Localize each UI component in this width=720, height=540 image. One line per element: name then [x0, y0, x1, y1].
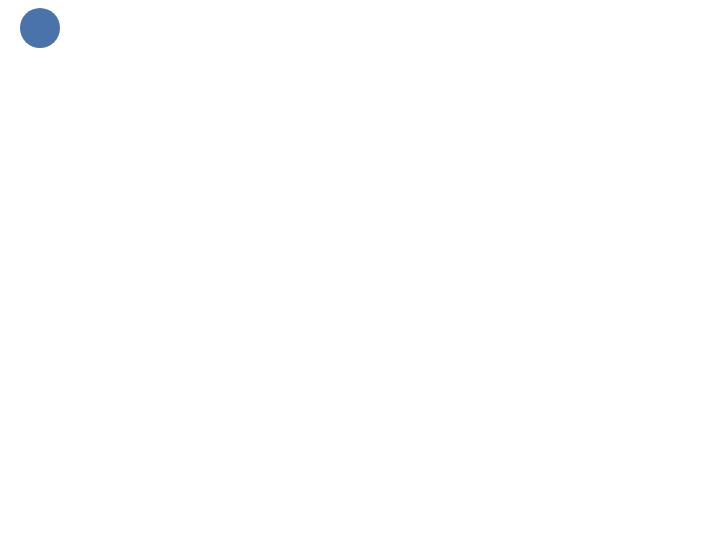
globus-icon [20, 8, 60, 48]
slide-title [0, 0, 720, 43]
content-area [0, 43, 720, 57]
logo [20, 8, 66, 48]
